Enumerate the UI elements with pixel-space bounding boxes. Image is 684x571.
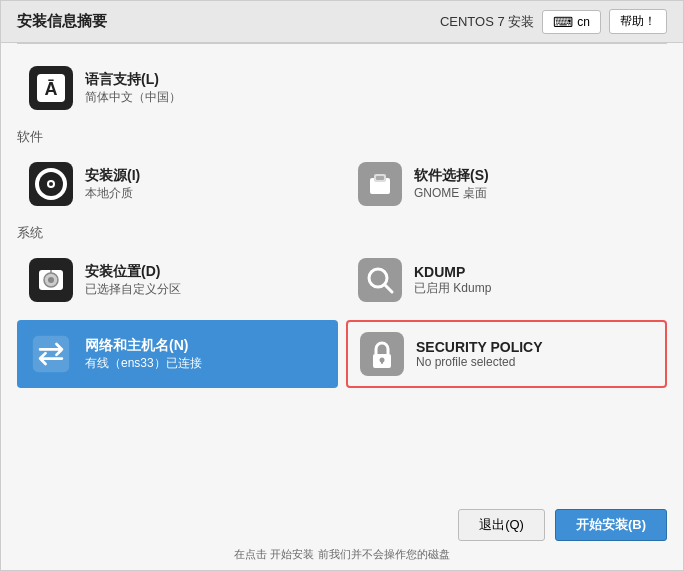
security-subtitle: No profile selected bbox=[416, 355, 543, 369]
software-select-item[interactable]: 软件选择(S) GNOME 桌面 bbox=[346, 152, 667, 216]
svg-rect-15 bbox=[33, 336, 69, 372]
install-dest-subtitle: 已选择自定义分区 bbox=[85, 281, 181, 298]
system-grid: 安装位置(D) 已选择自定义分区 KDUMP 已启用 bbox=[17, 248, 667, 388]
title-bar-right: CENTOS 7 安装 ⌨ cn 帮助！ bbox=[440, 9, 667, 34]
keyboard-lang: cn bbox=[577, 15, 590, 29]
kdump-text: KDUMP 已启用 Kdump bbox=[414, 264, 491, 297]
title-bar: 安装信息摘要 CENTOS 7 安装 ⌨ cn 帮助！ bbox=[1, 1, 683, 43]
software-select-icon-container bbox=[358, 162, 402, 206]
lock-icon bbox=[362, 334, 402, 374]
keyboard-button[interactable]: ⌨ cn bbox=[542, 10, 601, 34]
install-source-icon-box bbox=[29, 162, 73, 206]
kdump-title: KDUMP bbox=[414, 264, 491, 280]
content-area: Ā 语言支持(L) 简体中文（中国） 软件 bbox=[1, 44, 683, 499]
network-title: 网络和主机名(N) bbox=[85, 337, 202, 355]
software-icon bbox=[360, 164, 400, 204]
install-source-icon-container bbox=[29, 162, 73, 206]
install-dest-icon-box bbox=[29, 258, 73, 302]
svg-line-14 bbox=[385, 285, 392, 292]
network-subtitle: 有线（ens33）已连接 bbox=[85, 355, 202, 372]
svg-point-11 bbox=[48, 277, 54, 283]
security-policy-item[interactable]: SECURITY POLICY No profile selected bbox=[346, 320, 667, 388]
language-text: 语言支持(L) 简体中文（中国） bbox=[85, 71, 181, 106]
svg-point-5 bbox=[49, 182, 53, 186]
language-title: 语言支持(L) bbox=[85, 71, 181, 89]
kdump-icon bbox=[360, 260, 400, 300]
language-icon-container: Ā bbox=[29, 66, 73, 110]
kdump-item[interactable]: KDUMP 已启用 Kdump bbox=[346, 248, 667, 312]
security-icon-container bbox=[360, 332, 404, 376]
start-install-button[interactable]: 开始安装(B) bbox=[555, 509, 667, 541]
software-select-text: 软件选择(S) GNOME 桌面 bbox=[414, 167, 489, 202]
software-grid: 安装源(I) 本地介质 软件选择(S) bbox=[17, 152, 667, 216]
security-text: SECURITY POLICY No profile selected bbox=[416, 339, 543, 369]
hdd-icon bbox=[31, 260, 71, 300]
software-select-subtitle: GNOME 桌面 bbox=[414, 185, 489, 202]
language-subtitle: 简体中文（中国） bbox=[85, 89, 181, 106]
software-select-title: 软件选择(S) bbox=[414, 167, 489, 185]
quit-button[interactable]: 退出(Q) bbox=[458, 509, 545, 541]
install-source-item[interactable]: 安装源(I) 本地介质 bbox=[17, 152, 338, 216]
kdump-icon-container bbox=[358, 258, 402, 302]
language-item[interactable]: Ā 语言支持(L) 简体中文（中国） bbox=[17, 56, 338, 120]
language-icon-box: Ā bbox=[29, 66, 73, 110]
software-select-icon-box bbox=[358, 162, 402, 206]
disc-icon bbox=[31, 164, 71, 204]
main-window: 安装信息摘要 CENTOS 7 安装 ⌨ cn 帮助！ Ā bbox=[0, 0, 684, 571]
localization-grid: Ā 语言支持(L) 简体中文（中国） bbox=[17, 56, 667, 120]
install-dest-title: 安装位置(D) bbox=[85, 263, 181, 281]
system-section-label: 系统 bbox=[17, 224, 667, 242]
network-icon bbox=[31, 334, 71, 374]
security-title: SECURITY POLICY bbox=[416, 339, 543, 355]
network-text: 网络和主机名(N) 有线（ens33）已连接 bbox=[85, 337, 202, 372]
centos-label: CENTOS 7 安装 bbox=[440, 13, 534, 31]
install-source-text: 安装源(I) 本地介质 bbox=[85, 167, 140, 202]
install-dest-item[interactable]: 安装位置(D) 已选择自定义分区 bbox=[17, 248, 338, 312]
button-row: 退出(Q) 开始安装(B) bbox=[17, 509, 667, 541]
svg-rect-18 bbox=[381, 360, 383, 364]
window-title: 安装信息摘要 bbox=[17, 12, 107, 31]
kdump-icon-box bbox=[358, 258, 402, 302]
install-dest-text: 安装位置(D) 已选择自定义分区 bbox=[85, 263, 181, 298]
svg-text:Ā: Ā bbox=[45, 79, 58, 99]
install-source-title: 安装源(I) bbox=[85, 167, 140, 185]
network-item[interactable]: 网络和主机名(N) 有线（ens33）已连接 bbox=[17, 320, 338, 388]
svg-rect-8 bbox=[376, 176, 384, 180]
footer-text: 在点击 开始安装 前我们并不会操作您的磁盘 bbox=[17, 547, 667, 562]
install-source-subtitle: 本地介质 bbox=[85, 185, 140, 202]
network-icon-container bbox=[29, 332, 73, 376]
help-button[interactable]: 帮助！ bbox=[609, 9, 667, 34]
kdump-subtitle: 已启用 Kdump bbox=[414, 280, 491, 297]
security-icon-box bbox=[360, 332, 404, 376]
install-dest-icon-container bbox=[29, 258, 73, 302]
software-section-label: 软件 bbox=[17, 128, 667, 146]
bottom-bar: 退出(Q) 开始安装(B) 在点击 开始安装 前我们并不会操作您的磁盘 bbox=[1, 499, 683, 570]
keyboard-icon: ⌨ bbox=[553, 14, 573, 30]
language-icon: Ā bbox=[31, 68, 71, 108]
